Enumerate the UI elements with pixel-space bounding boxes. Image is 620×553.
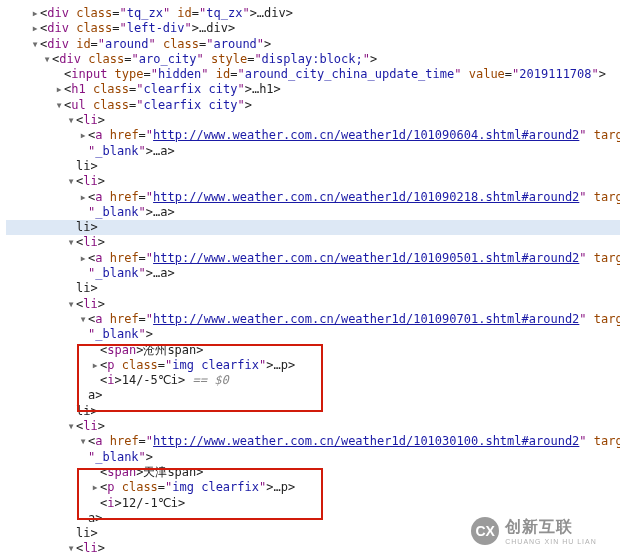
expand-arrow-icon[interactable]: ▾ (66, 297, 76, 312)
dom-tree-row[interactable]: <i>14/-5℃i> == $0 (6, 373, 620, 388)
expand-arrow-icon[interactable]: ▾ (78, 434, 88, 449)
dom-tree-row[interactable]: li> (6, 159, 620, 174)
dom-tree-row[interactable]: ▾<li> (6, 235, 620, 250)
dom-tree-row[interactable]: "_blank">…a> (6, 205, 620, 220)
expand-arrow-icon[interactable]: ▾ (66, 113, 76, 128)
expand-arrow-icon[interactable]: ▸ (90, 480, 100, 495)
dom-tree-row[interactable]: "_blank"> (6, 450, 620, 465)
expand-arrow-icon[interactable]: ▸ (78, 190, 88, 205)
dom-tree-row[interactable]: <input type="hidden" id="around_city_chi… (6, 67, 620, 82)
dom-tree-row[interactable]: ▸<p class="img clearfix">…p> (6, 358, 620, 373)
dom-tree-row[interactable]: ▸<div class="tq_zx" id="tq_zx">…div> (6, 6, 620, 21)
dom-tree-row[interactable]: ▾<div class="aro_city" style="display:bl… (6, 52, 620, 67)
expand-arrow-icon[interactable]: ▾ (78, 312, 88, 327)
expand-arrow-icon[interactable]: ▾ (66, 541, 76, 553)
dom-tree-row[interactable]: li> (6, 404, 620, 419)
watermark-logo-icon: CX (471, 517, 499, 545)
dom-tree-row[interactable]: "_blank">…a> (6, 144, 620, 159)
dom-tree-row[interactable]: ▾<li> (6, 419, 620, 434)
dom-tree-row[interactable]: li> (6, 281, 620, 296)
dom-tree-row[interactable]: ▸<h1 class="clearfix city">…h1> (6, 82, 620, 97)
expand-arrow-icon[interactable]: ▾ (66, 174, 76, 189)
expand-arrow-icon[interactable]: ▸ (30, 6, 40, 21)
dom-tree-row[interactable]: ▾<li> (6, 174, 620, 189)
dom-tree-row[interactable]: ▾<a href="http://www.weather.com.cn/weat… (6, 434, 620, 449)
dom-tree-row[interactable]: ▸<a href="http://www.weather.com.cn/weat… (6, 251, 620, 266)
dom-tree-row[interactable]: <span>沧州span> (6, 343, 620, 358)
expand-arrow-icon[interactable]: ▾ (66, 235, 76, 250)
dom-tree-row[interactable]: ▸<p class="img clearfix">…p> (6, 480, 620, 495)
dom-tree-panel[interactable]: ▸<div class="tq_zx" id="tq_zx">…div>▸<di… (0, 0, 620, 553)
dom-tree-row[interactable]: ▾<div id="around" class="around"> (6, 37, 620, 52)
expand-arrow-icon[interactable]: ▾ (54, 98, 64, 113)
dom-tree-row[interactable]: ▾<ul class="clearfix city"> (6, 98, 620, 113)
dom-tree-row[interactable]: "_blank"> (6, 327, 620, 342)
dom-tree-row[interactable]: ▸<div class="left-div">…div> (6, 21, 620, 36)
dom-tree-row[interactable]: <span>天津span> (6, 465, 620, 480)
watermark: CX 创新互联 CHUANG XIN HU LIAN (448, 508, 620, 553)
dom-tree-row[interactable]: "_blank">…a> (6, 266, 620, 281)
expand-arrow-icon[interactable]: ▸ (54, 82, 64, 97)
dom-tree-row[interactable]: ▾<li> (6, 113, 620, 128)
expand-arrow-icon[interactable]: ▾ (30, 37, 40, 52)
expand-arrow-icon[interactable]: ▸ (30, 21, 40, 36)
watermark-text: 创新互联 CHUANG XIN HU LIAN (505, 517, 597, 545)
dom-tree-row[interactable]: ▾<a href="http://www.weather.com.cn/weat… (6, 312, 620, 327)
dom-tree-row[interactable]: ▾<li> (6, 297, 620, 312)
dom-tree-row[interactable]: li> (6, 220, 620, 235)
dom-tree-row[interactable]: ▸<a href="http://www.weather.com.cn/weat… (6, 128, 620, 143)
expand-arrow-icon[interactable]: ▾ (66, 419, 76, 434)
expand-arrow-icon[interactable]: ▸ (78, 251, 88, 266)
dom-tree-row[interactable]: ▸<a href="http://www.weather.com.cn/weat… (6, 190, 620, 205)
expand-arrow-icon[interactable]: ▸ (90, 358, 100, 373)
expand-arrow-icon[interactable]: ▾ (42, 52, 52, 67)
expand-arrow-icon[interactable]: ▸ (78, 128, 88, 143)
dom-tree-row[interactable]: a> (6, 388, 620, 403)
